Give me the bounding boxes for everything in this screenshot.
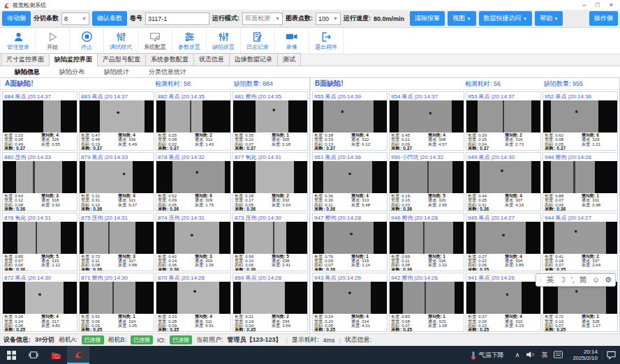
- weather-widget[interactable]: 气温下降: [465, 351, 510, 360]
- main-tab-3[interactable]: 产品型号配置: [97, 53, 146, 66]
- action-button-log[interactable]: 日志记录: [241, 28, 275, 54]
- operate-side-button[interactable]: 操作侧: [589, 11, 618, 26]
- defect-cell[interactable]: 950 小凹坑 |20:14:32长度: 0.19宽度: 0.16面积: 0.0…: [389, 152, 464, 211]
- defect-cell[interactable]: 949 黑点 |20:14:30长度: 0.44宽度: 0.25面积: 0.11…: [466, 152, 541, 211]
- help-menu-button[interactable]: 帮助 ▼: [535, 11, 563, 26]
- view-menu-button[interactable]: 视图 ▼: [448, 11, 475, 26]
- defect-cell[interactable]: 870 黑点 |20:14:28长度: 0.33宽度: 0.28面积: 0.09…: [156, 273, 231, 332]
- main-tab-4[interactable]: 系统参数配置: [145, 53, 194, 66]
- sub-tab-4[interactable]: 分类信息统计: [140, 67, 195, 77]
- defect-cell[interactable]: 948 擦伤 |20:14:28长度: 0.88宽度: 0.07面积: 0.06…: [542, 152, 618, 211]
- defect-cell[interactable]: 941 黑点 |20:14:26长度: 0.37宽度: 0.26面积: 0.10…: [466, 273, 541, 332]
- minimize-button[interactable]: –: [582, 1, 586, 9]
- slit-count-label: 分切条数: [34, 14, 59, 23]
- tray-expand-caret[interactable]: ∧: [515, 351, 520, 358]
- drive-side-button[interactable]: 传动侧: [2, 11, 31, 26]
- defect-cell[interactable]: 878 黑点 |20:14:32长度: 0.52宽度: 0.09面积: 0.05…: [156, 152, 231, 211]
- defect-cell[interactable]: 953 黑点 |20:14:37长度: 0.29宽度: 0.15面积: 0.04…: [466, 91, 541, 151]
- defect-cell[interactable]: 881 擦伤 |20:14:35长度: 0.35宽度: 0.22面积: 0.07…: [232, 91, 308, 151]
- taskbar-clock[interactable]: 20:14 2025/2/10: [568, 349, 602, 361]
- defect-cell[interactable]: 942 擦伤 |20:14:26长度: 0.83宽度: 0.08面积: 0.07…: [389, 273, 464, 332]
- defect-cell[interactable]: 883 黑点 |20:14:37长度: 0.47宽度: 0.46面积: 0.19…: [79, 91, 154, 151]
- defect-cell-title: 945 黑点 |20:14:27: [466, 213, 540, 222]
- defect-image: [543, 100, 617, 132]
- action-button-params[interactable]: 参数设置: [172, 28, 207, 54]
- sub-tab-2[interactable]: 缺陷分布: [50, 67, 94, 77]
- taskbar-app-sync[interactable]: [45, 346, 67, 364]
- defect-measures: 长度: 0.33宽度: 0.28面积: 0.09米数: 0.35: [158, 314, 195, 332]
- defect-cell[interactable]: 880 压伤 |20:14:33长度: 0.64宽度: 0.12面积: 0.08…: [2, 152, 78, 211]
- sub-tab-1[interactable]: 缺陷信息: [6, 67, 49, 77]
- maximize-button[interactable]: □: [596, 1, 599, 9]
- action-button-monitor[interactable]: 系统配置: [138, 28, 172, 54]
- chart-points-select[interactable]: 100▼: [316, 13, 341, 25]
- taskbar-app-vision-system[interactable]: [67, 346, 89, 364]
- main-tab-6[interactable]: 边缘数据记录: [229, 53, 278, 66]
- defect-cell[interactable]: 873 压伤 |20:14:30长度: 0.56宽度: 0.10面积: 0.06…: [232, 213, 308, 272]
- defect-cell[interactable]: 944 黑点 |20:14:27长度: 0.41宽度: 0.18面积: 0.07…: [542, 213, 618, 272]
- defect-cell[interactable]: 877 氧化 |20:14:31长度: 0.28宽度: 0.17面积: 0.05…: [232, 152, 308, 211]
- ime-punct-icon[interactable]: ’,: [570, 274, 575, 286]
- defect-info: 长度: 0.44宽度: 0.25面积: 0.11米数: 0.36第N类: 4通道…: [466, 193, 540, 211]
- defect-cell[interactable]: 951 黑点 |20:14:36长度: 0.36宽度: 0.30面积: 0.11…: [312, 152, 388, 211]
- info-line-gray: 灰度: 1.36: [195, 263, 229, 267]
- clear-alarm-button[interactable]: 清除报警: [410, 11, 445, 26]
- defect-cell[interactable]: 947 擦伤 |20:14:28长度: 0.76宽度: 0.09面积: 0.07…: [312, 213, 388, 272]
- info-line-meters: 米数: 0.36: [314, 268, 351, 272]
- defect-cell[interactable]: 952 黑点 |20:14:36长度: 0.62宽度: 0.08面积: 0.05…: [542, 91, 618, 151]
- ime-lang-en[interactable]: 英: [547, 274, 554, 286]
- task-view-button[interactable]: [22, 346, 45, 364]
- windows-logo-icon: [7, 351, 16, 360]
- ime-settings-icon[interactable]: ⚙: [605, 274, 612, 286]
- ime-moon-icon[interactable]: ☽: [559, 274, 566, 286]
- defect-cell[interactable]: 882 黑点 |20:14:35长度: 0.25宽度: 0.08面积: 0.02…: [156, 91, 231, 151]
- defect-cell[interactable]: 955 黑点 |20:14:39长度: 0.38宽度: 0.33面积: 0.13…: [312, 91, 388, 151]
- defect-image: [313, 100, 387, 132]
- main-tab-1[interactable]: 尺寸监控界面: [1, 53, 50, 66]
- defect-measures: 长度: 0.27宽度: 0.22面积: 0.06米数: 0.35: [468, 255, 505, 272]
- defect-cell[interactable]: 872 黑点 |20:14:30长度: 0.26宽度: 0.24面积: 0.06…: [2, 273, 78, 332]
- run-mode-select[interactable]: 双面检测▼: [242, 13, 283, 25]
- defect-cell-title: 955 黑点 |20:14:39: [313, 92, 387, 100]
- volume-icon[interactable]: [526, 351, 535, 360]
- action-button-debug[interactable]: 调试模式: [104, 28, 138, 54]
- notification-center-button[interactable]: [602, 351, 620, 359]
- info-line-meters: 米数: 0.36: [468, 207, 505, 211]
- defect-measures: 长度: 0.36宽度: 0.30面积: 0.11米数: 0.36: [314, 194, 351, 211]
- defect-cell[interactable]: 874 压伤 |20:14:31长度: 0.42宽度: 0.14面积: 0.06…: [156, 213, 231, 272]
- defect-cell[interactable]: 943 黑点 |20:14:26长度: 0.24宽度: 0.20面积: 0.05…: [312, 273, 388, 332]
- defect-cell[interactable]: 879 黑点 |20:14:33长度: 0.31宽度: 0.31面积: 0.10…: [79, 152, 154, 211]
- action-button-exit[interactable]: 退出程序: [309, 28, 344, 54]
- action-button-user[interactable]: 管理登录: [1, 28, 36, 54]
- action-button-stop[interactable]: 停止: [70, 28, 104, 54]
- defect-cell[interactable]: 945 黑点 |20:14:27长度: 0.27宽度: 0.22面积: 0.06…: [466, 213, 541, 272]
- data-quick-access-menu-button[interactable]: 数据快捷访问 ▼: [479, 11, 532, 26]
- defect-class-info: 第N类: 5通道: 315灰度: 1.12: [41, 255, 75, 272]
- defect-cell[interactable]: 876 氧化 |20:14:31长度: 0.85宽度: 0.07面积: 0.06…: [2, 213, 78, 272]
- ime-keyboard-icon[interactable]: [554, 351, 563, 360]
- confirm-count-button[interactable]: 确认条数: [92, 11, 127, 26]
- sub-tab-3[interactable]: 缺陷统计: [95, 67, 138, 77]
- defect-cell[interactable]: 946 擦伤 |20:14:28长度: 0.69宽度: 0.11面积: 0.08…: [389, 213, 464, 272]
- defect-cell-title: 870 黑点 |20:14:28: [156, 273, 230, 282]
- defect-cell[interactable]: 884 黑点 |20:14:37长度: 1.23宽度: 0.05面积: 0.49…: [2, 91, 78, 151]
- defect-cell[interactable]: 871 擦伤 |20:14:30长度: 0.91宽度: 0.06面积: 0.05…: [79, 273, 154, 332]
- main-tab-7[interactable]: 测试: [277, 53, 301, 66]
- main-tab-5[interactable]: 状态信息: [193, 53, 230, 66]
- ime-emoji-icon[interactable]: ☺: [592, 274, 600, 286]
- roll-no-input[interactable]: 3117-1: [145, 13, 209, 25]
- defect-cell[interactable]: 869 黑点 |20:14:28长度: 0.21宽度: 0.19面积: 0.04…: [232, 273, 308, 332]
- defect-cell[interactable]: 954 黑点 |20:14:37长度: 0.45宽度: 0.21面积: 0.09…: [389, 91, 464, 151]
- start-button[interactable]: [0, 346, 22, 364]
- main-tab-2[interactable]: 缺陷监控界面: [49, 53, 98, 66]
- ime-simplified[interactable]: 简: [580, 274, 587, 286]
- window-title: 视觉检测系统: [13, 1, 582, 9]
- defect-cell[interactable]: 875 压伤 |20:14:31长度: 0.73宽度: 0.11面积: 0.08…: [79, 213, 154, 272]
- notification-icon: [607, 351, 616, 359]
- slit-count-select[interactable]: 8▼: [61, 13, 89, 25]
- input-language-indicator[interactable]: 英: [541, 351, 547, 360]
- close-button[interactable]: ×: [610, 1, 613, 9]
- action-button-defect[interactable]: 缺陷设置: [207, 28, 241, 54]
- action-button-camera[interactable]: 录像: [275, 28, 309, 54]
- action-button-play[interactable]: 开始: [36, 28, 70, 54]
